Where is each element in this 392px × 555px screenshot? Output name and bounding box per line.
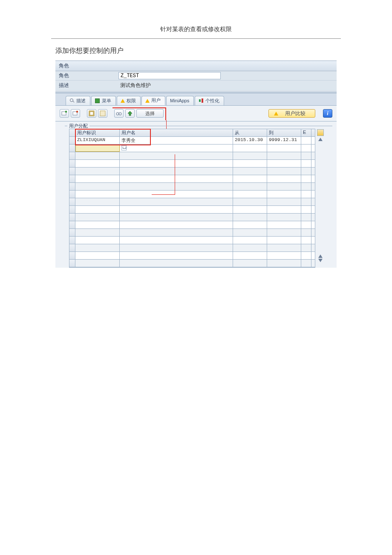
scroll-up-button[interactable] (318, 138, 323, 141)
desc-row: 描述 测试角色维护 (55, 81, 337, 91)
table-empty-row[interactable] (69, 252, 315, 260)
table-empty-row[interactable] (69, 221, 315, 229)
svg-rect-5 (76, 111, 78, 113)
toolbar: 选择 用户比较 i (55, 106, 337, 121)
tab-desc-label: 描述 (76, 98, 86, 104)
expand-icon (127, 110, 133, 116)
table-empty-row[interactable] (69, 183, 315, 191)
col-to-header[interactable]: 到 (267, 129, 301, 136)
table-wrap: 用户标识 用户名 从 到 E ZLIXIUQUAN 李秀全 2015.10.30… (69, 129, 332, 268)
f4-help-icon[interactable] (121, 145, 127, 150)
tab-miniapps[interactable]: MiniApps (166, 96, 194, 105)
svg-rect-0 (199, 99, 201, 102)
table-empty-row[interactable] (69, 191, 315, 198)
role-label: 角色 (59, 72, 118, 79)
rownum-header (69, 129, 75, 136)
tab-content: 选择 用户比较 i 用户分配 用户标识 用户名 (55, 106, 337, 268)
tab-menu[interactable]: 菜单 (91, 96, 116, 105)
tab-personalize[interactable]: 个性化 (195, 96, 224, 105)
tab-user[interactable]: 用户 (141, 96, 165, 105)
triangle-yellow-icon (274, 112, 278, 116)
svg-rect-7 (90, 112, 93, 115)
select-button-label: 选择 (145, 110, 155, 117)
table-empty-row[interactable] (69, 260, 315, 267)
tab-menu-label: 菜单 (102, 98, 111, 104)
rownum-cell[interactable] (69, 145, 75, 152)
table-empty-row[interactable] (69, 244, 315, 252)
doc-title: 针对某表的查看或修改权限 (0, 0, 392, 38)
scroll-up-small-button[interactable] (318, 254, 323, 258)
rownum-cell[interactable] (69, 137, 75, 144)
table-empty-row[interactable] (69, 198, 315, 206)
input-cell-name[interactable] (120, 145, 233, 152)
sap-window: 角色 角色 描述 测试角色维护 描述 菜单 权限 用户 MiniApps (55, 61, 337, 268)
svg-rect-3 (65, 111, 67, 113)
table-empty-row[interactable] (69, 206, 315, 214)
svg-rect-8 (100, 111, 105, 116)
cell-from[interactable]: 2015.10.30 (233, 137, 267, 144)
col-from-header[interactable]: 从 (233, 129, 267, 136)
table-empty-row[interactable] (69, 229, 315, 237)
table-row[interactable]: ZLIXIUQUAN 李秀全 2015.10.30 9999.12.31 (69, 137, 315, 145)
table-empty-row[interactable] (69, 237, 315, 244)
user-assignment-group: 用户分配 用户标识 用户名 从 到 E ZLIXIUQUAN 李秀全 (65, 126, 332, 268)
personalize-icon (199, 98, 204, 103)
scrollbar-strip (315, 129, 332, 268)
svg-point-9 (116, 113, 119, 115)
input-cell-from[interactable] (233, 145, 267, 152)
delete-row-button[interactable] (71, 109, 80, 118)
deselect-all-button[interactable] (98, 109, 107, 118)
select-button[interactable]: 选择 (136, 109, 164, 118)
select-all-icon (89, 110, 95, 116)
delete-row-icon (72, 110, 78, 116)
tabstrip: 描述 菜单 权限 用户 MiniApps 个性化 (55, 93, 337, 106)
column-config-button[interactable] (317, 129, 324, 136)
info-button[interactable]: i (323, 109, 332, 118)
tab-desc[interactable]: 描述 (66, 96, 90, 105)
select-all-button[interactable] (87, 109, 96, 118)
triangle-yellow-icon (121, 99, 125, 103)
table-empty-row[interactable] (69, 175, 315, 183)
table-empty-row[interactable] (69, 214, 315, 221)
square-green-icon (95, 98, 100, 103)
table-empty-row[interactable] (69, 152, 315, 160)
col-ext-header[interactable]: E (301, 129, 311, 136)
info-icon: i (327, 110, 328, 117)
user-compare-button[interactable]: 用户比较 (268, 109, 315, 118)
svg-rect-1 (202, 98, 203, 103)
deselect-all-icon (100, 110, 106, 116)
scroll-track[interactable] (317, 141, 332, 253)
tab-auth[interactable]: 权限 (117, 96, 141, 105)
input-cell-id[interactable] (75, 145, 120, 152)
input-cell-ext[interactable] (301, 145, 311, 152)
doc-subtitle: 添加你想要控制的用户 (55, 46, 392, 55)
scroll-down-button[interactable] (318, 259, 323, 262)
table-empty-row[interactable] (69, 168, 315, 175)
cell-id[interactable]: ZLIXIUQUAN (75, 137, 120, 144)
insert-row-icon (61, 110, 67, 116)
col-id-header[interactable]: 用户标识 (75, 129, 120, 136)
desc-value: 测试角色维护 (118, 81, 153, 90)
tab-auth-label: 权限 (127, 98, 136, 104)
role-input[interactable] (118, 72, 221, 79)
cell-name[interactable]: 李秀全 (120, 137, 233, 144)
desc-label: 描述 (59, 82, 118, 89)
group-legend: 用户分配 (67, 123, 89, 129)
magnify-icon (69, 98, 75, 103)
svg-point-10 (119, 113, 121, 115)
expand-button[interactable] (125, 109, 135, 118)
table-input-row[interactable] (69, 145, 315, 152)
cell-to[interactable]: 9999.12.31 (267, 137, 301, 144)
col-name-header[interactable]: 用户名 (120, 129, 233, 136)
input-cell-to[interactable] (267, 145, 301, 152)
role-row: 角色 (55, 71, 337, 81)
table-empty-row[interactable] (69, 160, 315, 168)
insert-row-button[interactable] (60, 109, 69, 118)
cell-ext[interactable] (301, 137, 311, 144)
user-table: 用户标识 用户名 从 到 E ZLIXIUQUAN 李秀全 2015.10.30… (69, 129, 315, 268)
glasses-button[interactable] (114, 109, 124, 118)
panel-header-label: 角色 (59, 63, 69, 69)
glasses-icon (116, 110, 122, 116)
triangle-yellow-icon (145, 99, 150, 103)
tab-personalize-label: 个性化 (205, 98, 219, 104)
